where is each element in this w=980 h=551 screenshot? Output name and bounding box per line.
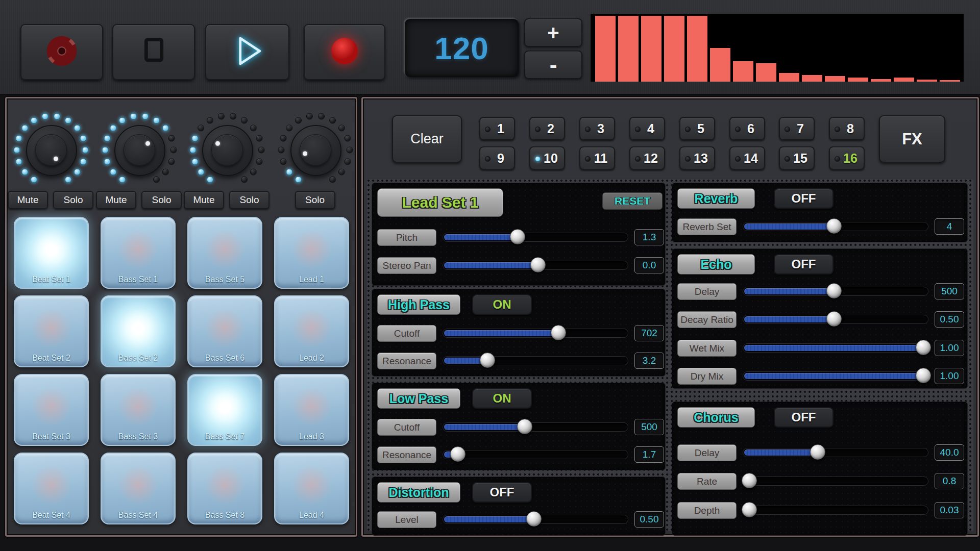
slider-track-wet-mix[interactable] [743, 343, 928, 353]
pad-lead-3[interactable]: Lead 3 [274, 374, 349, 446]
solo-button[interactable]: Solo [53, 191, 93, 209]
slider-track-level[interactable] [443, 515, 628, 524]
step-button-16[interactable]: 16 [829, 146, 865, 170]
slider-handle[interactable] [517, 419, 532, 434]
step-button-12[interactable]: 12 [629, 146, 665, 170]
pad-label: Lead 1 [275, 275, 348, 284]
slider-track-dry-mix[interactable] [743, 371, 928, 381]
pad-bass-set-2[interactable]: Bass Set 2 [101, 295, 176, 367]
step-button-9[interactable]: 9 [479, 146, 515, 170]
step-button-2[interactable]: 2 [529, 117, 565, 140]
slider-track-reverb-set[interactable] [743, 222, 928, 231]
pad-beat-set-4[interactable]: Beat Set 4 [14, 453, 89, 524]
pad-bass-set-4[interactable]: Bass Set 4 [101, 453, 176, 524]
pad-bass-set-7[interactable]: Bass Set 7 [187, 374, 262, 446]
slider-handle[interactable] [742, 502, 757, 517]
fx-section-title-lead-set-1[interactable]: Lead Set 1 [377, 188, 503, 217]
solo-button[interactable]: Solo [295, 191, 335, 209]
step-button-14[interactable]: 14 [729, 146, 765, 170]
pad-bass-set-5[interactable]: Bass Set 5 [187, 217, 262, 289]
knob-led-dot [241, 177, 248, 183]
reset-button[interactable]: RESET [602, 192, 663, 210]
fx-toggle-reverb[interactable]: OFF [774, 188, 834, 209]
step-button-7[interactable]: 7 [779, 117, 815, 140]
slider-handle[interactable] [810, 444, 825, 460]
pad-beat-set-1[interactable]: Beat Set 1 [14, 217, 89, 289]
step-number: 4 [638, 118, 664, 139]
slider-handle[interactable] [742, 473, 757, 488]
pad-lead-2[interactable]: Lead 2 [274, 295, 349, 367]
slider-track-cutoff[interactable] [443, 329, 628, 338]
fx-toggle-low-pass[interactable]: ON [472, 388, 532, 409]
slider-handle[interactable] [480, 353, 495, 368]
knob-led-dot [119, 117, 126, 124]
param-value: 0.0 [634, 257, 664, 273]
slider-track-resonance[interactable] [443, 356, 628, 365]
step-button-15[interactable]: 15 [779, 146, 815, 170]
pad-lead-4[interactable]: Lead 4 [274, 453, 349, 524]
slider-track-delay[interactable] [743, 287, 928, 296]
fx-section-title-distortion: Distortion [377, 482, 460, 503]
pad-bass-set-3[interactable]: Bass Set 3 [101, 374, 176, 446]
slider-track-resonance[interactable] [443, 450, 628, 459]
step-button-6[interactable]: 6 [729, 117, 765, 140]
play-button[interactable] [205, 24, 289, 80]
pad-bass-set-6[interactable]: Bass Set 6 [187, 295, 262, 367]
slider-handle[interactable] [826, 218, 842, 234]
slider-handle[interactable] [530, 257, 546, 272]
slider-handle[interactable] [916, 340, 931, 355]
top-bar: 120 + - [0, 0, 980, 95]
slider-handle[interactable] [826, 311, 842, 327]
record-button[interactable] [304, 24, 385, 80]
param-value: 40.0 [935, 444, 964, 461]
fx-toggle-echo[interactable]: OFF [774, 254, 834, 274]
slider-handle[interactable] [526, 511, 542, 527]
slider-handle[interactable] [916, 368, 931, 383]
slider-track-rate[interactable] [743, 477, 928, 486]
tempo-increase-button[interactable]: + [524, 18, 582, 47]
step-number: 11 [587, 147, 614, 169]
knob-led-dot [104, 135, 111, 142]
slider-handle[interactable] [510, 229, 525, 244]
slider-track-delay[interactable] [743, 448, 928, 457]
mute-button[interactable]: Mute [96, 191, 136, 209]
pad-beat-set-2[interactable]: Beat Set 2 [14, 295, 89, 367]
step-button-4[interactable]: 4 [629, 117, 665, 140]
slider-track-decay-ratio[interactable] [743, 315, 928, 324]
step-button-11[interactable]: 11 [579, 146, 615, 170]
clear-button[interactable]: Clear [392, 115, 462, 163]
solo-button[interactable]: Solo [229, 191, 270, 209]
knob-indicator-dot [303, 152, 307, 156]
slider-fill [744, 316, 833, 322]
fx-toggle-chorus[interactable]: OFF [774, 407, 834, 428]
step-button-8[interactable]: 8 [829, 117, 865, 140]
knob-indicator-dot [145, 141, 150, 146]
slider-track-cutoff[interactable] [443, 422, 628, 432]
slider-handle[interactable] [450, 446, 465, 462]
knob-led-dot [80, 158, 87, 165]
step-button-3[interactable]: 3 [579, 117, 615, 140]
pad-bass-set-1[interactable]: Bass Set 1 [101, 217, 176, 289]
stop-button[interactable] [112, 24, 195, 80]
pad-beat-set-3[interactable]: Beat Set 3 [14, 374, 89, 446]
mute-button[interactable]: Mute [184, 191, 224, 209]
step-button-10[interactable]: 10 [529, 146, 565, 170]
mute-button[interactable]: Mute [8, 191, 48, 209]
slider-track-stereo-pan[interactable] [443, 261, 628, 270]
step-button-5[interactable]: 5 [679, 117, 715, 140]
slider-handle[interactable] [826, 283, 842, 298]
fx-toggle-high-pass[interactable]: ON [472, 294, 532, 315]
fx-section-low-pass: Low PassONCutoff500Resonance1.7 [372, 383, 666, 470]
step-button-1[interactable]: 1 [479, 117, 515, 140]
pad-bass-set-8[interactable]: Bass Set 8 [187, 453, 262, 524]
solo-button[interactable]: Solo [141, 191, 182, 209]
slider-track-depth[interactable] [743, 506, 928, 515]
pad-lead-1[interactable]: Lead 1 [274, 217, 349, 289]
fx-button[interactable]: FX [879, 115, 945, 163]
step-button-13[interactable]: 13 [679, 146, 715, 170]
tempo-decrease-button[interactable]: - [524, 51, 582, 79]
disc-button[interactable] [20, 24, 103, 80]
fx-toggle-distortion[interactable]: OFF [472, 482, 532, 503]
slider-handle[interactable] [551, 325, 566, 340]
slider-track-pitch[interactable] [443, 233, 628, 242]
